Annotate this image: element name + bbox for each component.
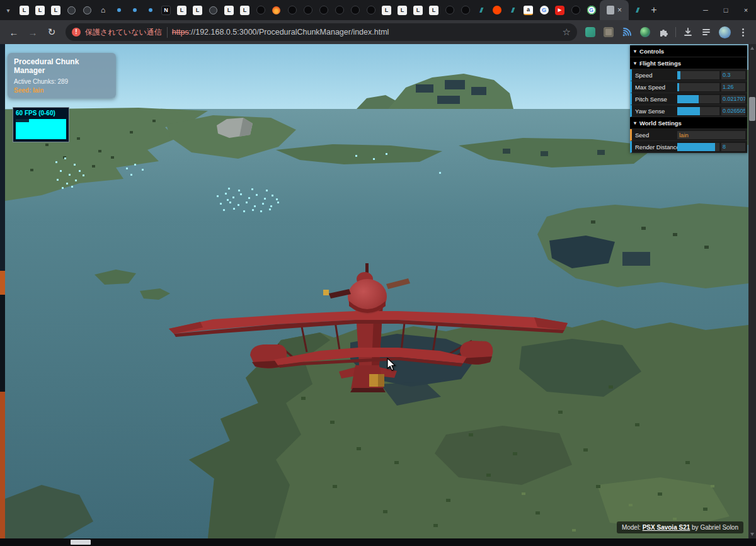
tab[interactable]: L [237,0,253,20]
gui-value-input[interactable]: 8 [721,143,745,151]
tab[interactable]: a [520,0,536,20]
tab[interactable] [205,0,221,20]
tab[interactable] [363,0,379,20]
tab[interactable]: ⌂ [95,0,111,20]
tab[interactable]: G [583,0,599,20]
maximize-button[interactable]: □ [716,0,736,20]
tab[interactable]: G [536,0,552,20]
gui-slider[interactable] [677,95,719,103]
gui-slider-fill [677,95,699,103]
dat-gui-panel: ▾ Controls ▾Flight SettingsSpeed0.3Max S… [630,45,747,153]
gui-value-input[interactable]: 1.26 [721,83,745,91]
gui-value-input[interactable]: 0.021707 [721,95,745,103]
black-circle-favicon [461,6,470,14]
tab[interactable] [253,0,268,20]
tab[interactable] [111,0,127,20]
taskbar-item[interactable] [71,540,91,545]
new-tab-button[interactable]: + [645,0,663,20]
model-link[interactable]: PSX Savoia S21 [643,524,690,531]
teal-square-icon [585,27,595,37]
tab[interactable] [568,0,583,20]
gui-slider-fill [677,107,700,115]
gui-text-input[interactable]: lain [677,131,745,139]
tab[interactable]: L [48,0,64,20]
tab[interactable] [347,0,363,20]
forward-button[interactable]: → [24,23,42,41]
fps-meter[interactable]: 60 FPS (0-60) [13,107,69,142]
downloads-icon[interactable] [680,24,696,40]
tab-active[interactable]: × [600,0,629,20]
tab[interactable]: L [174,0,190,20]
fps-graph-history [16,119,29,122]
reading-list-icon[interactable] [698,24,714,40]
tab[interactable] [268,0,284,20]
gui-folder-header[interactable]: ▾Flight Settings [630,57,747,69]
security-warning-text: 保護されていない通信 [85,27,168,38]
tab[interactable]: L [410,0,426,20]
minimize-button[interactable]: ─ [696,0,716,20]
gui-folder-header[interactable]: ▾World Settings [630,117,747,129]
tab[interactable]: L [32,0,48,20]
toolbar-divider [675,27,676,37]
letter-l-favicon: L [429,6,438,15]
tab-strip: ▾ LLL⌂NLLLLLLLL////aG▶G×// + ─ □ × [0,0,756,20]
address-bar[interactable]: ! 保護されていない通信 https ://192.168.0.5:3000/P… [66,23,577,41]
gui-value-input[interactable]: 0.3 [721,71,745,79]
tab[interactable] [64,0,79,20]
tab[interactable] [442,0,457,20]
letter-l-favicon: L [413,6,423,15]
extensions-puzzle-icon[interactable] [655,24,672,40]
close-window-button[interactable]: × [736,0,756,20]
gui-controls-header[interactable]: ▾ Controls [630,45,747,57]
tab[interactable] [300,0,316,20]
letter-l-favicon: L [35,6,45,15]
tab[interactable] [79,0,95,20]
extension-sphere-icon[interactable] [637,24,653,40]
tab[interactable] [331,0,347,20]
letter-l-favicon: L [382,6,391,15]
profile-avatar[interactable] [716,24,733,40]
tab[interactable]: ▶ [552,0,568,20]
tab[interactable]: L [379,0,394,20]
tab[interactable]: L [16,0,32,20]
tab[interactable]: N [158,0,174,20]
mouse-cursor [387,358,397,372]
tab[interactable] [142,0,158,20]
cast-icon[interactable] [619,24,635,40]
tab-close-icon[interactable]: × [617,6,622,14]
extension-teal-icon[interactable] [582,24,598,40]
tab[interactable] [316,0,331,20]
browser-menu-button[interactable] [735,24,751,40]
bookmark-star-icon[interactable]: ☆ [563,26,571,38]
back-button[interactable]: ← [5,23,23,41]
tab[interactable]: // [473,0,489,20]
game-viewport[interactable]: Procedural Chunk Manager Active Chunks: … [5,44,748,538]
reload-button[interactable]: ↻ [43,23,60,41]
scrollbar[interactable] [748,44,756,538]
tab[interactable]: L [221,0,237,20]
gui-slider[interactable] [677,83,719,91]
scrollbar-thumb[interactable] [749,97,755,121]
tab[interactable]: L [394,0,410,20]
browser-toolbar: ← → ↻ ! 保護されていない通信 https ://192.168.0.5:… [0,20,756,44]
tab[interactable] [457,0,473,20]
chevron-down-icon: ▾ [634,60,636,66]
gui-slider[interactable] [677,107,719,115]
tab[interactable]: // [505,0,520,20]
scrollbar-down-icon[interactable] [750,533,754,536]
tab[interactable] [489,0,505,20]
gui-folder-title: World Settings [639,120,682,127]
tab-search-chevron-icon[interactable]: ▾ [0,0,16,20]
security-warning-icon: ! [72,28,81,37]
tab[interactable] [284,0,300,20]
scrollbar-up-icon[interactable] [750,47,754,50]
tab[interactable]: L [190,0,205,20]
tab[interactable]: // [629,0,645,20]
extension-gray-icon[interactable] [600,24,617,40]
tab[interactable] [127,0,142,20]
gui-value-input[interactable]: 0.026505 [721,107,745,115]
gui-row: Render Distance8 [630,141,747,153]
gui-slider[interactable] [677,71,719,79]
tab[interactable]: L [426,0,442,20]
gui-slider[interactable] [677,143,719,151]
